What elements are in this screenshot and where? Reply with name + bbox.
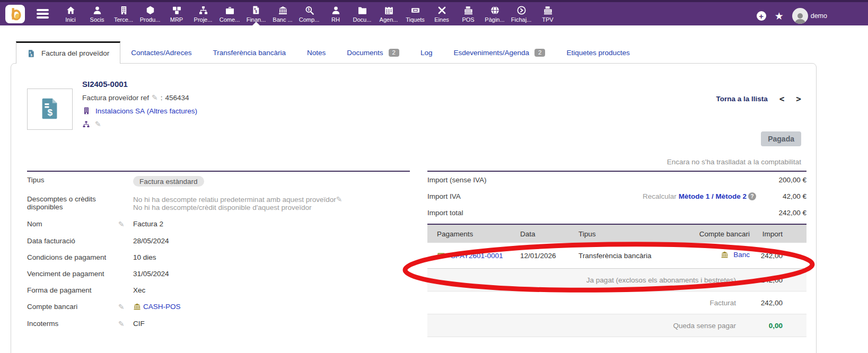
prev-button[interactable]: < — [779, 94, 785, 104]
menu-item-agen[interactable]: Agen... — [375, 2, 402, 25]
amount-value: 242,00 € — [756, 209, 806, 217]
menu-item-label: Banc ... — [273, 16, 292, 23]
menu-item-tpv[interactable]: TPV — [534, 2, 561, 25]
menu-item-comp[interactable]: $Comp... — [296, 2, 322, 25]
menu-item-terce[interactable]: Terce... — [110, 2, 137, 25]
company-link[interactable]: Instalacions SA (Altres factures) — [95, 107, 197, 115]
detail-label: Descomptes o crèdits disponibles — [27, 191, 118, 216]
amount-label: Import (sense IVA) — [427, 176, 487, 184]
help-icon[interactable]: ? — [748, 192, 756, 200]
svg-text:$: $ — [48, 107, 53, 118]
menu-item-inici[interactable]: Inici — [57, 2, 84, 25]
app-logo[interactable] — [5, 5, 25, 23]
globe-icon — [490, 5, 500, 15]
detail-value-line: No hi ha descompte relatiu predeterminat… — [133, 195, 410, 204]
detail-value: 10 dies — [133, 249, 410, 266]
detail-value-text: Factura 2 — [133, 220, 163, 228]
back-to-list-link[interactable]: Torna a la llista — [716, 95, 767, 103]
detail-value-text: No hi ha descompte/crèdit disponible d'a… — [133, 204, 312, 211]
menu-item-label: Fichaj... — [511, 16, 532, 23]
edit-project-pencil-icon[interactable]: ✎ — [95, 120, 101, 128]
sitemap-icon — [198, 5, 208, 15]
tab-factura-del-prove-dor[interactable]: $Factura del proveïdor — [16, 41, 120, 64]
add-icon[interactable]: + — [757, 11, 766, 21]
edit-supplier-ref-pencil-icon[interactable]: ✎ — [152, 93, 158, 102]
menu-item-finan[interactable]: $Finan... — [243, 2, 269, 25]
payments-col-header-data: Data — [520, 230, 578, 238]
next-button[interactable]: > — [796, 94, 801, 104]
menu-item-proje[interactable]: Proje... — [190, 2, 216, 25]
briefcase-icon — [225, 5, 235, 15]
menu-item-pos[interactable]: POS — [455, 2, 481, 25]
clock-in-icon — [516, 5, 527, 15]
total-row-facturat: Facturat242,00 — [427, 292, 806, 314]
payment-type: Transferència bancària — [578, 252, 686, 260]
menu-item-produ[interactable]: Produ... — [137, 2, 163, 25]
user-menu[interactable]: demo — [792, 8, 827, 24]
tab-transfer-ncia-banc-ria[interactable]: Transferència bancària — [202, 41, 296, 64]
tab-contactes-adreces[interactable]: Contactes/Adreces — [120, 41, 202, 64]
status-badge: Pagada — [761, 131, 801, 146]
hamburger-menu-icon[interactable] — [37, 7, 49, 21]
tab-esdeveniments-agenda[interactable]: Esdeveniments/Agenda2 — [443, 41, 556, 64]
detail-value: CASH-POS — [133, 298, 410, 315]
menu-item-come[interactable]: Come... — [216, 2, 243, 25]
detail-pencil-cell: ✎ — [118, 216, 133, 233]
detail-label: Nom — [27, 216, 118, 233]
menu-item-banc[interactable]: Banc ... — [269, 2, 296, 25]
cash-register-icon — [463, 5, 474, 15]
supplier-invoice-tab-icon: $ — [27, 49, 36, 58]
edit-incoterms-pencil-icon[interactable]: ✎ — [118, 320, 125, 328]
menu-item-label: Produ... — [140, 16, 161, 23]
accounting-note: Encara no s'ha traslladat a la comptabil… — [667, 158, 801, 166]
amount-row-import-sense-iva: Import (sense IVA)200,00 € — [427, 172, 806, 188]
user-icon — [92, 5, 102, 15]
detail-pencil-cell — [118, 233, 133, 249]
menu-item-socis[interactable]: Socis — [84, 2, 110, 25]
menu-item-label: TPV — [542, 16, 553, 23]
edit-nom-pencil-icon[interactable]: ✎ — [118, 220, 125, 228]
detail-row-venciment-de-pagament: Venciment de pagament31/05/2024 — [27, 266, 410, 282]
payments-col-header-compte-bancari: Compte bancari — [686, 230, 750, 238]
recalc-method-links[interactable]: Mètode 1 / Mètode 2 — [679, 192, 747, 200]
menu-item-mrp[interactable]: MRP — [163, 2, 190, 25]
tabs-bar: $Factura del proveïdorContactes/AdrecesT… — [16, 41, 641, 64]
project-sitemap-icon[interactable] — [82, 120, 90, 128]
menu-item-docu[interactable]: Docu... — [349, 2, 375, 25]
payment-account-link[interactable]: Banc — [733, 251, 750, 259]
search-dollar-icon: $ — [304, 5, 314, 15]
menu-item-tiquets[interactable]: Tiquets — [402, 2, 428, 25]
menu-item-rh[interactable]: RH — [322, 2, 349, 25]
calendar-icon — [384, 5, 394, 15]
bank-account-link[interactable]: CASH-POS — [143, 303, 181, 311]
menu-item-label: MRP — [170, 16, 183, 23]
tab-badge: 2 — [534, 49, 545, 57]
edit-compte-bancari-pencil-icon[interactable]: ✎ — [118, 303, 125, 311]
detail-row-compte-bancari: Compte bancari✎CASH-POS — [27, 298, 410, 315]
payments-header-row: PagamentsDataTipusCompte bancariImport — [427, 224, 806, 243]
menu-item-eines[interactable]: Eines — [428, 2, 455, 25]
edit-discount-pencil-icon[interactable]: ✎ — [336, 195, 343, 204]
tab-log[interactable]: Log — [410, 41, 443, 64]
menu-item-p-gin[interactable]: Pàgin... — [481, 2, 508, 25]
tab-label: Factura del proveïdor — [41, 49, 109, 57]
total-value: 242,00 — [750, 276, 783, 284]
menu-item-label: Terce... — [114, 16, 133, 23]
menu-item-fichaj[interactable]: Fichaj... — [508, 2, 534, 25]
tab-notes[interactable]: Notes — [296, 41, 336, 64]
bank-icon — [278, 5, 288, 15]
menu-item-label: Proje... — [194, 16, 213, 23]
total-value: 0,00 — [750, 322, 783, 330]
supplier-ref-label: Factura proveïdor ref — [82, 94, 149, 102]
tab-documents[interactable]: Documents2 — [336, 41, 410, 64]
amount-value: 42,00 € — [756, 192, 806, 200]
supplier-ref-value: 456434 — [165, 94, 189, 102]
detail-label: Data facturació — [27, 233, 118, 249]
details-table: TipusFactura estàndardDescomptes o crèdi… — [27, 171, 410, 332]
favorites-star-icon[interactable]: ★ — [775, 10, 784, 22]
payment-ref-link[interactable]: SPAY2601-0001 — [451, 252, 503, 260]
amount-value: 200,00 € — [756, 176, 806, 184]
menu-item-label: Come... — [220, 16, 240, 23]
tab-etiquetes-productes[interactable]: Etiquetes productes — [556, 41, 640, 64]
user-icon — [331, 5, 341, 15]
